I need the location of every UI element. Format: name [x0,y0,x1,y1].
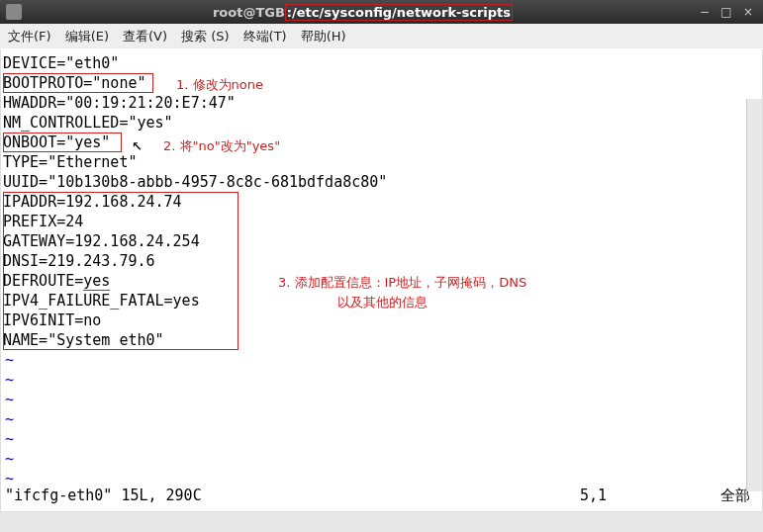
config-line: PREFIX=24 [3,212,760,231]
scrollbar[interactable] [746,99,762,491]
vim-empty-line: ~ [3,429,760,449]
config-line: TYPE="Ethernet" [3,152,760,172]
config-line: IPV4_FAILURE_FATAL=yes [3,291,760,310]
menu-edit[interactable]: 编辑(E) [65,28,109,45]
menu-terminal[interactable]: 终端(T) [243,28,287,45]
status-position: 5,1 [580,486,699,505]
menu-help[interactable]: 帮助(H) [301,28,346,45]
config-line: DEVICE="eth0" [3,53,760,73]
config-line: NM_CONTROLLED="yes" [3,113,760,133]
window-titlebar: root@TGB:/etc/sysconfig/network-scripts … [0,0,763,24]
vim-empty-line: ~ [3,449,760,469]
config-line: HWADDR="00:19:21:20:E7:47" [3,93,760,113]
maximize-button[interactable]: □ [717,4,735,20]
menu-file[interactable]: 文件(F) [8,28,51,45]
status-filename: "ifcfg-eth0" 15L, 290C [5,486,580,505]
vim-empty-line: ~ [3,390,760,409]
config-line: GATEWAY=192.168.24.254 [3,231,760,251]
menu-view[interactable]: 查看(V) [123,28,167,45]
menu-bar: 文件(F) 编辑(E) 查看(V) 搜索 (S) 终端(T) 帮助(H) [0,24,763,49]
config-line: ONBOOT="yes" [3,133,760,152]
title-user-host: root@TGB [213,5,285,20]
window-title: root@TGB:/etc/sysconfig/network-scripts [30,5,696,20]
config-line: UUID="10b130b8-abbb-4957-8c8c-681bdfda8c… [3,172,760,192]
config-line: NAME="System eth0" [3,330,760,350]
vim-empty-line: ~ [3,370,760,390]
defroute-yes: yes [83,272,110,291]
config-line: BOOTPROTO="none" [3,73,760,93]
terminal-icon [6,4,22,20]
window-controls: − □ × [696,4,757,20]
title-path: :/etc/sysconfig/network-scripts [287,5,511,20]
minimize-button[interactable]: − [696,4,714,20]
terminal-area[interactable]: DEVICE="eth0" BOOTPROTO="none" HWADDR="0… [0,49,763,512]
menu-search[interactable]: 搜索 (S) [181,28,230,45]
config-line: IPADDR=192.168.24.74 [3,192,760,212]
vim-empty-line: ~ [3,350,760,370]
vim-empty-line: ~ [3,409,760,429]
close-button[interactable]: × [739,4,757,20]
vim-status-line: "ifcfg-eth0" 15L, 290C 5,1 全部 [5,486,758,505]
config-line: IPV6INIT=no [3,310,760,330]
config-line: DEFROUTE=yes [3,271,760,291]
config-line: DNSI=219.243.79.6 [3,251,760,271]
